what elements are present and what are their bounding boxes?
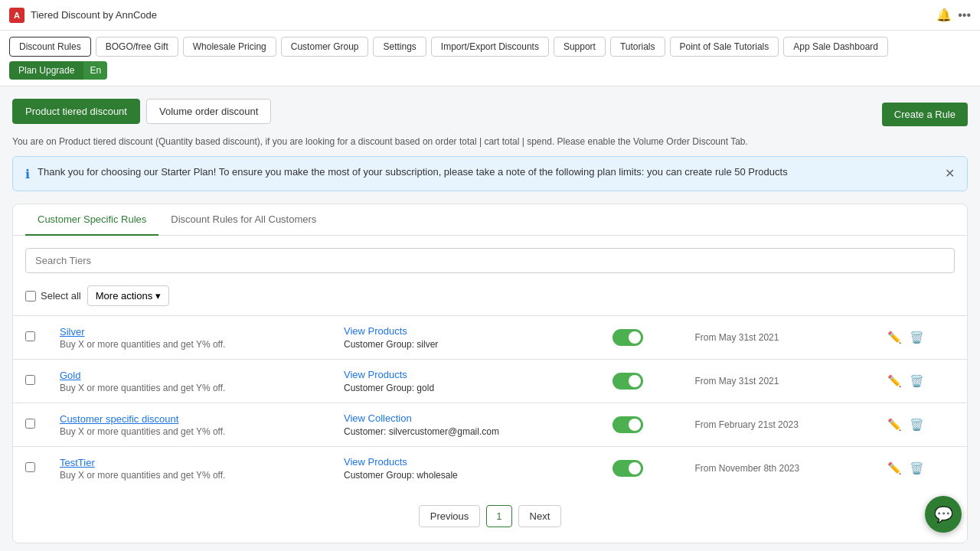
nav-discount-rules[interactable]: Discount Rules [9,37,91,57]
tab-volume-order[interactable]: Volume order discount [146,99,271,124]
chat-button[interactable]: 💬 [925,496,962,533]
plan-upgrade-wrapper: Plan Upgrade En [9,61,107,80]
edit-icon[interactable]: ✏️ [887,418,902,432]
plan-upgrade-button[interactable]: Plan Upgrade [9,61,83,80]
rule-description: Buy X or more quantities and get Y% off. [60,339,319,350]
search-input[interactable] [25,248,955,273]
rule-toggle-cell [600,316,683,360]
app-title: Tiered Discount by AnnCode [31,9,157,21]
nav-app-sale[interactable]: App Sale Dashboard [783,37,888,57]
row-checkbox-cell [13,360,47,403]
view-link[interactable]: View Collection [344,412,412,424]
more-actions-button[interactable]: More actions ▾ [87,285,169,306]
rule-view-cell: View Collection Customer: silvercustomer… [332,403,600,447]
nav-tutorials[interactable]: Tutorials [610,37,665,57]
rule-view-cell: View Products Customer Group: silver [332,316,600,360]
nav-bar: Discount Rules BOGO/free Gift Wholesale … [0,31,980,86]
edit-icon[interactable]: ✏️ [887,331,902,344]
select-all-label[interactable]: Select all [25,290,81,302]
nav-support[interactable]: Support [554,37,606,57]
view-link[interactable]: View Products [344,325,407,337]
banner-close-button[interactable]: ✕ [945,166,955,181]
info-text: You are on Product tiered discount (Quan… [12,136,968,147]
tab-all-customers[interactable]: Discount Rules for All Customers [158,204,328,236]
rule-toggle-cell [600,403,683,447]
banner-text: Thank you for choosing our Starter Plan!… [38,166,937,178]
nav-customer-group[interactable]: Customer Group [281,37,369,57]
rule-view-cell: View Products Customer Group: gold [332,360,600,403]
row-checkbox-0[interactable] [25,331,35,341]
rule-toggle-cell [600,447,683,491]
table-row: Customer specific discount Buy X or more… [13,403,967,447]
pagination: Previous 1 Next [13,490,967,543]
view-link[interactable]: View Products [344,369,407,380]
next-button[interactable]: Next [518,505,562,527]
customer-group-label: Customer Group: gold [344,383,588,393]
toggle-slider [612,416,643,433]
edit-icon[interactable]: ✏️ [887,374,902,388]
rule-toggle-2[interactable] [612,416,643,433]
page-number[interactable]: 1 [486,505,511,527]
rule-actions-cell: ✏️ 🗑️ [875,360,967,403]
rule-toggle-3[interactable] [612,460,643,477]
rule-info-cell: Silver Buy X or more quantities and get … [47,316,332,360]
rule-actions-cell: ✏️ 🗑️ [875,316,967,360]
rules-card: Customer Specific Rules Discount Rules f… [12,204,968,543]
info-icon: ℹ [25,167,30,181]
main-content: Product tiered discount Volume order dis… [0,86,980,551]
rule-name[interactable]: Silver [60,326,319,337]
rules-table: Silver Buy X or more quantities and get … [13,315,967,490]
rule-info-cell: Gold Buy X or more quantities and get Y%… [47,360,332,403]
nav-import-export[interactable]: Import/Export Discounts [431,37,549,57]
delete-icon[interactable]: 🗑️ [910,331,924,344]
info-banner: ℹ Thank you for choosing our Starter Pla… [12,156,968,191]
nav-pos-tutorials[interactable]: Point of Sale Tutorials [670,37,779,57]
rule-name[interactable]: TestTier [60,457,319,468]
rule-info-cell: TestTier Buy X or more quantities and ge… [47,447,332,491]
view-tabs: Product tiered discount Volume order dis… [12,99,271,124]
row-checkbox-2[interactable] [25,419,35,429]
rule-info-cell: Customer specific discount Buy X or more… [47,403,332,447]
chevron-down-icon: ▾ [155,290,161,302]
actions-row: Select all More actions ▾ [13,285,967,315]
header-row: Product tiered discount Volume order dis… [12,99,968,130]
rule-name[interactable]: Gold [60,370,319,381]
rule-toggle-cell [600,360,683,403]
delete-icon[interactable]: 🗑️ [910,461,924,475]
nav-settings[interactable]: Settings [373,37,426,57]
row-checkbox-1[interactable] [25,375,35,385]
toggle-slider [612,460,643,477]
rule-description: Buy X or more quantities and get Y% off. [60,470,319,481]
nav-wholesale[interactable]: Wholesale Pricing [183,37,276,57]
create-rule-button[interactable]: Create a Rule [882,103,968,126]
row-checkbox-cell [13,447,47,491]
rule-description: Buy X or more quantities and get Y% off. [60,383,319,393]
top-bar-left: A Tiered Discount by AnnCode [9,8,157,23]
nav-bogo[interactable]: BOGO/free Gift [96,37,178,57]
rule-toggle-0[interactable] [612,329,643,346]
table-row: Gold Buy X or more quantities and get Y%… [13,360,967,403]
edit-icon[interactable]: ✏️ [887,461,902,475]
tab-product-tiered[interactable]: Product tiered discount [12,99,140,124]
rule-name[interactable]: Customer specific discount [60,413,319,425]
chat-icon: 💬 [934,505,953,523]
previous-button[interactable]: Previous [419,505,481,527]
toggle-slider [612,329,643,346]
bell-icon[interactable]: 🔔 [936,8,952,22]
tab-customer-specific[interactable]: Customer Specific Rules [25,204,158,236]
rule-date: From November 8th 2023 [682,447,875,491]
view-link[interactable]: View Products [344,456,407,468]
more-options-icon[interactable]: ••• [958,8,971,22]
delete-icon[interactable]: 🗑️ [910,418,924,432]
search-area [13,236,967,285]
card-tabs: Customer Specific Rules Discount Rules f… [13,204,967,236]
select-all-checkbox[interactable] [25,291,36,302]
plan-lang-button[interactable]: En [83,61,107,80]
rule-toggle-1[interactable] [612,373,643,390]
toggle-slider [612,373,643,390]
rule-date: From May 31st 2021 [682,316,875,360]
rule-actions-cell: ✏️ 🗑️ [875,447,967,491]
delete-icon[interactable]: 🗑️ [910,374,924,388]
rule-date: From February 21st 2023 [682,403,875,447]
row-checkbox-3[interactable] [25,462,35,472]
